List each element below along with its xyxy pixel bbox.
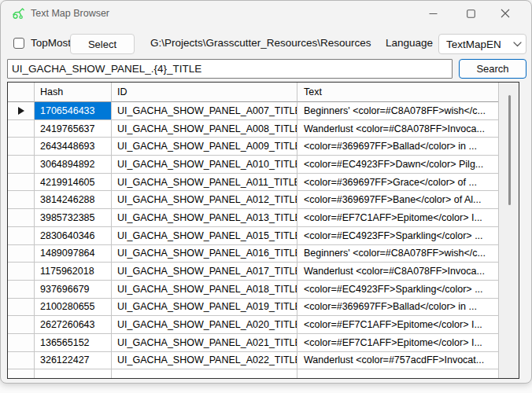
grid-cell-hash[interactable]: 2830640346 <box>35 227 112 245</box>
row-header-cell[interactable] <box>8 102 35 120</box>
row-header-cell[interactable] <box>8 138 35 156</box>
row-header-cell[interactable] <box>8 191 35 209</box>
search-button[interactable]: Search <box>459 59 526 79</box>
table-row: 4219914605UI_GACHA_SHOW_PANEL_A011_TITLE… <box>8 174 498 192</box>
row-header-cell[interactable] <box>8 334 35 352</box>
grid-cell-text[interactable]: Beginners' <color=#C8A078FF>wish</c... <box>297 245 498 263</box>
topmost-label[interactable]: TopMost <box>31 33 71 53</box>
grid-cell-hash[interactable]: 2100280655 <box>35 299 112 317</box>
grid-cell-text[interactable]: <color=#369697FF>Ballad</color> in ... <box>297 369 498 378</box>
search-input[interactable] <box>7 59 453 79</box>
grid-cell-id[interactable]: UI_GACHA_SHOW_PANEL_A015_TITLE <box>112 227 297 245</box>
language-combobox[interactable]: TextMapEN <box>438 34 526 54</box>
vertical-scrollbar[interactable] <box>498 83 519 378</box>
grid-cell-text[interactable]: <color=#EC4923FF>Sparkling</color> ... <box>297 281 498 299</box>
row-header-cell[interactable] <box>8 369 35 378</box>
grid-cell-hash[interactable]: 2643448693 <box>35 138 112 156</box>
table-row: 2627260643UI_GACHA_SHOW_PANEL_A020_TITLE… <box>8 316 498 334</box>
chevron-down-icon <box>508 42 526 47</box>
table-row: 136565152UI_GACHA_SHOW_PANEL_A021_TITLE<… <box>8 334 498 352</box>
grid-cell-hash[interactable]: 4219914605 <box>35 174 112 192</box>
grid-cell-hash[interactable]: 1706546433 <box>35 102 112 120</box>
row-header-cell[interactable] <box>8 316 35 334</box>
grid-cell-hash[interactable]: 3064894892 <box>35 156 112 174</box>
row-header-cell[interactable] <box>8 156 35 174</box>
grid-cell-id[interactable]: UI_GACHA_SHOW_PANEL_A012_TITLE <box>112 191 297 209</box>
maximize-icon[interactable] <box>453 1 489 26</box>
table-row: 1489097864UI_GACHA_SHOW_PANEL_A016_TITLE… <box>8 245 498 263</box>
grid-cell-text[interactable]: <color=#EC4923FF>Dawn</color> Pilg... <box>297 156 498 174</box>
grid-cell-text[interactable]: <color=#EC4923FF>Sparkling</color> ... <box>297 227 498 245</box>
row-header-cell[interactable] <box>8 209 35 227</box>
grid-cell-text[interactable]: <color=#369697FF>Bane</color> of Al... <box>297 191 498 209</box>
grid-cell-id[interactable]: UI_GACHA_SHOW_PANEL_A016_TITLE <box>112 245 297 263</box>
grid-cell-text[interactable]: <color=#369697FF>Ballad</color> in ... <box>297 299 498 317</box>
grid-cell-text[interactable]: Wanderlust <color=#757acdFF>Invocat... <box>297 352 498 370</box>
table-row: 3814246288UI_GACHA_SHOW_PANEL_A012_TITLE… <box>8 191 498 209</box>
grid-cell-id[interactable]: UI_GACHA_SHOW_PANEL_A009_TITLE <box>112 138 297 156</box>
select-button[interactable]: Select <box>70 34 135 54</box>
grid-table: Hash ID Text 1706546433UI_GACHA_SHOW_PAN… <box>8 83 498 378</box>
minimize-icon[interactable] <box>415 1 451 26</box>
grid-cell-text[interactable]: <color=#EF7C1AFF>Epitome</color> I... <box>297 334 498 352</box>
right-arrow-indicator <box>18 107 24 115</box>
grid-cell-text[interactable]: Wanderlust <color=#C8A078FF>Invoca... <box>297 120 498 138</box>
grasscutter-mower-icon <box>11 6 25 20</box>
row-header-cell[interactable] <box>8 174 35 192</box>
column-header-text[interactable]: Text <box>297 83 498 102</box>
grid-cell-id[interactable]: UI_GACHA_SHOW_PANEL_A022_TITLE <box>112 352 297 370</box>
grid-cell-hash[interactable]: 937696679 <box>35 281 112 299</box>
column-header-hash[interactable]: Hash <box>35 83 112 102</box>
row-header-cell[interactable] <box>8 263 35 281</box>
grid-corner-header <box>8 83 35 102</box>
table-row: 3985732385UI_GACHA_SHOW_PANEL_A013_TITLE… <box>8 209 498 227</box>
grid-cell-hash[interactable]: 1175962018 <box>35 263 112 281</box>
grid-cell-id[interactable]: UI_GACHA_SHOW_PANEL_A019_TITLE <box>112 299 297 317</box>
grid-cell-hash[interactable]: 2627260643 <box>35 316 112 334</box>
grid-cell-text[interactable]: <color=#EF7C1AFF>Epitome</color> I... <box>297 316 498 334</box>
close-icon[interactable] <box>487 1 523 26</box>
row-header-cell[interactable] <box>8 120 35 138</box>
grid-cell-text[interactable]: <color=#EF7C1AFF>Epitome</color> I... <box>297 209 498 227</box>
grid-cell-text[interactable]: Beginners' <color=#C8A078FF>wish</c... <box>297 102 498 120</box>
language-label: Language <box>386 33 433 53</box>
row-header-cell[interactable] <box>8 299 35 317</box>
grid-cell-id[interactable] <box>112 369 297 378</box>
resources-path: G:\Projects\Grasscutter_Resources\Resour… <box>150 33 371 53</box>
app-window: Text Map Browser TopMost Select G:\Proje… <box>0 0 532 384</box>
grid-cell-hash[interactable]: 2419765637 <box>35 120 112 138</box>
grid-cell-text[interactable]: Wanderlust <color=#C8A078FF>Invoca... <box>297 263 498 281</box>
grid-cell-id[interactable]: UI_GACHA_SHOW_PANEL_A007_TITLE <box>112 102 297 120</box>
grid-header-row: Hash ID Text <box>8 83 498 102</box>
grid-cell-text[interactable]: <color=#369697FF>Grace</color> of ... <box>297 174 498 192</box>
window-title: Text Map Browser <box>31 1 109 26</box>
grid-cell-id[interactable]: UI_GACHA_SHOW_PANEL_A020_TITLE <box>112 316 297 334</box>
topmost-checkbox[interactable] <box>13 38 24 49</box>
grid-cell-id[interactable]: UI_GACHA_SHOW_PANEL_A010_TITLE <box>112 156 297 174</box>
table-row: 2643448693UI_GACHA_SHOW_PANEL_A009_TITLE… <box>8 138 498 156</box>
grid-cell-hash[interactable]: 326122427 <box>35 352 112 370</box>
grid-cell-hash[interactable]: 1489097864 <box>35 245 112 263</box>
grid-cell-id[interactable]: UI_GACHA_SHOW_PANEL_A018_TITLE <box>112 281 297 299</box>
table-row: 2830640346UI_GACHA_SHOW_PANEL_A015_TITLE… <box>8 227 498 245</box>
grid-cell-id[interactable]: UI_GACHA_SHOW_PANEL_A021_TITLE <box>112 334 297 352</box>
table-row: 1175962018UI_GACHA_SHOW_PANEL_A017_TITLE… <box>8 263 498 281</box>
grid-cell-id[interactable]: UI_GACHA_SHOW_PANEL_A017_TITLE <box>112 263 297 281</box>
table-row: 1706546433UI_GACHA_SHOW_PANEL_A007_TITLE… <box>8 102 498 120</box>
grid-cell-id[interactable]: UI_GACHA_SHOW_PANEL_A011_TITLE <box>112 174 297 192</box>
grid-cell-hash[interactable]: 136565152 <box>35 334 112 352</box>
row-header-cell[interactable] <box>8 245 35 263</box>
row-header-cell[interactable] <box>8 352 35 370</box>
grid-cell-text[interactable]: <color=#369697FF>Ballad</color> in ... <box>297 138 498 156</box>
row-header-cell[interactable] <box>8 281 35 299</box>
grid-cell-id[interactable]: UI_GACHA_SHOW_PANEL_A013_TITLE <box>112 209 297 227</box>
grid-cell-hash[interactable]: 3985732385 <box>35 209 112 227</box>
grid-cell-hash[interactable]: 3814246288 <box>35 191 112 209</box>
grid-cell-id[interactable]: UI_GACHA_SHOW_PANEL_A008_TITLE <box>112 120 297 138</box>
grid-cell-hash[interactable] <box>35 369 112 378</box>
scrollbar-thumb[interactable] <box>508 95 511 205</box>
titlebar[interactable]: Text Map Browser <box>1 1 531 26</box>
column-header-id[interactable]: ID <box>112 83 297 102</box>
row-header-cell[interactable] <box>8 227 35 245</box>
grid-partial-row: <color=#369697FF>Ballad</color> in ... <box>8 369 498 378</box>
